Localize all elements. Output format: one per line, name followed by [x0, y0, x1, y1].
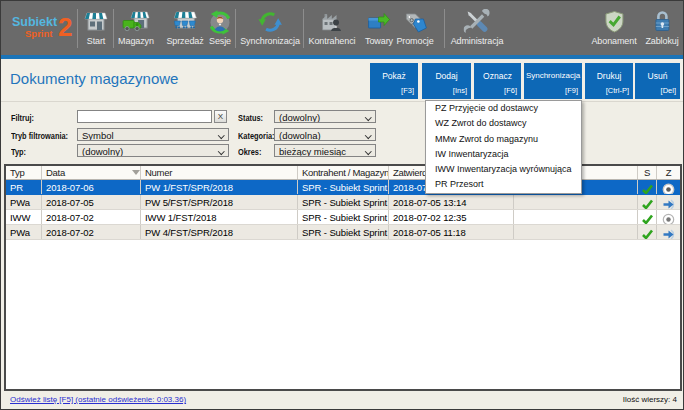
chevron-down-icon [218, 148, 224, 154]
button-label: Dodaj [422, 71, 471, 81]
typ-select[interactable]: (dowolny) [77, 144, 229, 157]
button-label: Oznacz [474, 71, 521, 81]
toolbar-item-kontrahenci[interactable]: Kontrahenci [309, 9, 356, 46]
toolbar-item-label: Sprzedaż [166, 36, 203, 46]
company-person-icon [309, 9, 356, 35]
toolbar-separator [77, 9, 78, 48]
tryb-filtrowania-select[interactable]: Symbol [77, 128, 229, 141]
cell-extra [514, 195, 638, 209]
check-icon [641, 228, 654, 240]
menu-item-iw[interactable]: IW Inwentaryzacja [426, 147, 581, 162]
toolbar-item-zablokuj[interactable]: Zablokuj [645, 9, 678, 46]
app-window: Subiekt Sprint 2 Start [0, 0, 684, 410]
clear-filter-button[interactable]: X [214, 110, 227, 123]
column-header-z[interactable]: Z [657, 166, 680, 179]
table-row[interactable]: PWa 2018-07-05 PW 5/FST/SPR/2018 SPR - S… [6, 195, 680, 210]
toolbar-item-towary[interactable]: Towary [365, 9, 393, 46]
status-bar: Odśwież listę [F5] (ostatnie odświeżenie… [1, 391, 683, 409]
column-header-label: Data [46, 167, 65, 178]
chevron-down-icon [218, 132, 224, 138]
toolbar-item-promocje[interactable]: Promocje [396, 9, 433, 46]
logo-sprint: Sprint [25, 28, 52, 39]
kategoria-select[interactable]: (dowolna) [274, 128, 376, 141]
column-header-data[interactable]: Data [42, 166, 141, 179]
cell-kontrahent: SPR - Subiekt Sprint [298, 195, 389, 209]
toolbar-item-sesje[interactable]: Sesje [207, 9, 233, 46]
logo-version: 2 [58, 12, 72, 43]
tools-icon [451, 9, 504, 35]
toolbar-separator [113, 9, 114, 48]
menu-item-pr[interactable]: PR Przesort [426, 177, 581, 192]
toolbar-item-label: Synchronizacja [240, 36, 300, 46]
page-title: Dokumenty magazynowe [10, 70, 178, 87]
button-shortcut: [Ctrl-P] [606, 86, 629, 95]
cell-data: 2018-07-02 [42, 225, 141, 239]
cell-data: 2018-07-05 [42, 195, 141, 209]
toolbar-separator [303, 9, 304, 48]
oznacz-button[interactable]: Oznacz [F6] [474, 63, 521, 99]
column-header-s[interactable]: S [638, 166, 657, 179]
menu-item-iww[interactable]: IWW Inwentaryzacja wyrównująca [426, 162, 581, 177]
toolbar-item-administracja[interactable]: Administracja [451, 9, 504, 46]
row-count: Ilość wierszy: 4 [623, 395, 677, 404]
cell-sync [657, 180, 680, 194]
sync-icon [240, 9, 300, 35]
column-header-kontrahent[interactable]: Kontrahent / Magazyn [298, 166, 389, 179]
select-value: (dowolny) [82, 146, 123, 157]
cell-typ: PR [6, 180, 42, 194]
toolbar-item-start[interactable]: Start [83, 9, 109, 46]
okres-label: Okres: [238, 147, 261, 157]
button-shortcut: [F6] [504, 86, 517, 95]
check-icon [641, 213, 654, 225]
menu-item-mmw[interactable]: MMw Zwrot do magazynu [426, 132, 581, 147]
table-row[interactable]: IWW 2018-07-02 IWW 1/FST/2018 SPR - Subi… [6, 210, 680, 225]
cell-numer: PW 4/FST/SPR/2018 [141, 225, 298, 239]
toolbar-separator [235, 9, 236, 48]
refresh-list-link[interactable]: Odśwież listę [F5] (ostatnie odświeżenie… [10, 395, 186, 404]
toolbar-separator [444, 9, 445, 48]
toolbar-item-magazyn[interactable]: Magazyn [118, 9, 154, 46]
tryb-filtrowania-label: Tryb filtrowania: [11, 131, 68, 141]
usun-button[interactable]: Usuń [Del] [635, 63, 680, 99]
cell-zatwierdzony: 2018-07-05 11:18 [389, 225, 514, 239]
logo-subiekt: Subiekt [12, 15, 57, 29]
column-header-typ[interactable]: Typ [6, 166, 42, 179]
arrow-transfer-icon [662, 198, 676, 210]
button-label: Pokaż [370, 71, 418, 81]
synchronizacja-button[interactable]: Synchronizacja [F9] [524, 63, 582, 99]
menu-item-pz[interactable]: PZ Przyjęcie od dostawcy [426, 101, 581, 116]
toolbar-item-label: Magazyn [118, 36, 154, 46]
warehouse-truck-icon [118, 9, 154, 35]
button-label: Synchronizacja [524, 71, 582, 80]
dodaj-button[interactable]: Dodaj [Ins] [422, 63, 471, 99]
chevron-down-icon [365, 148, 371, 154]
cell-kontrahent: SPR - Subiekt Sprint [298, 225, 389, 239]
cell-zatwierdzony: 2018-07-05 13:14 [389, 195, 514, 209]
button-label: Drukuj [585, 71, 633, 81]
dodaj-dropdown-menu: PZ Przyjęcie od dostawcy WZ Zwrot do dos… [425, 100, 582, 194]
check-icon [641, 183, 654, 195]
status-select[interactable]: (dowolny) [274, 110, 376, 123]
column-header-numer[interactable]: Numer [141, 166, 298, 179]
filtruj-label: Filtruj: [11, 113, 34, 123]
menu-item-wz[interactable]: WZ Zwrot do dostawcy [426, 116, 581, 131]
cell-numer: PW 1/FST/SPR/2018 [141, 180, 298, 194]
cell-kontrahent: SPR - Subiekt Sprint [298, 180, 389, 194]
typ-label: Typ: [11, 147, 26, 157]
cell-zatwierdzony: 2018-07-02 12:35 [389, 210, 514, 224]
okres-select[interactable]: bieżący miesiąc [274, 144, 376, 157]
store-carts-icon [166, 9, 203, 35]
cell-typ: PWa [6, 195, 42, 209]
filter-input[interactable] [77, 110, 212, 123]
chevron-down-icon [365, 114, 371, 120]
pokaz-button[interactable]: Pokaż [F3] [370, 63, 418, 99]
cell-extra [514, 210, 638, 224]
toolbar-item-sprzedaz[interactable]: Sprzedaż [166, 9, 203, 46]
toolbar-item-synchronizacja[interactable]: Synchronizacja [240, 9, 300, 46]
toolbar-item-label: Abonament [591, 36, 636, 46]
cell-numer: IWW 1/FST/2018 [141, 210, 298, 224]
table-row[interactable]: PWa 2018-07-02 PW 4/FST/SPR/2018 SPR - S… [6, 225, 680, 240]
cell-status [638, 225, 657, 239]
toolbar-item-abonament[interactable]: Abonament [591, 9, 636, 46]
drukuj-button[interactable]: Drukuj [Ctrl-P] [585, 63, 633, 99]
